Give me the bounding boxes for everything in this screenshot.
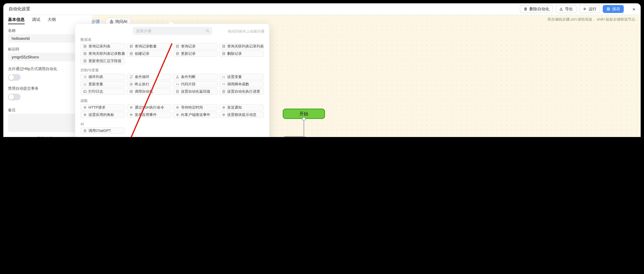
step-item[interactable]: 设置模块提示信息 (219, 112, 264, 118)
step-item[interactable]: 查询记录列表 (80, 43, 125, 49)
gear-icon (130, 113, 133, 117)
step-item[interactable]: HTTP请求 (80, 104, 125, 111)
step-label: 调用自动化 (135, 89, 153, 94)
step-label: 查询关联列表记录列表 (227, 44, 264, 49)
tab-1[interactable]: 调试 (32, 17, 40, 24)
step-label: HTTP请求 (88, 105, 105, 110)
step-item[interactable]: 发布应用事件 (127, 112, 171, 118)
close-icon[interactable]: × (632, 6, 635, 11)
step-label: 设置自动化返回值 (181, 89, 210, 94)
step-item[interactable]: {}设置变量 (219, 74, 264, 80)
step-item[interactable]: 设置自动化执行进度 (219, 88, 264, 95)
step-item[interactable]: 更新查找汇总字段值 (80, 58, 125, 64)
gear-square-icon (130, 90, 133, 93)
step-label: 创建记录 (135, 51, 149, 56)
database-icon (130, 52, 133, 55)
step-item[interactable]: 查询记录数量 (127, 43, 171, 49)
doc-icon (176, 90, 179, 93)
stop-icon (130, 82, 133, 86)
step-section: AI调用ChatGPT (80, 122, 264, 134)
start-node[interactable]: 开始 (283, 109, 325, 119)
search-icon (205, 28, 210, 33)
gear-icon (176, 113, 179, 117)
topbar-button[interactable]: 删除自动化 (520, 5, 553, 13)
step-label: 查询记录 (181, 44, 196, 49)
node-tooltip: 显示对话框 (284, 136, 303, 137)
database-icon (83, 44, 87, 48)
step-item[interactable]: 设置自动化返回值 (173, 88, 218, 95)
step-label: 代码片段 (181, 82, 196, 87)
identifier-field[interactable]: ymgn55z5foxro (8, 53, 84, 61)
terminal-icon (83, 90, 87, 93)
step-item[interactable]: {}更新变量 (80, 81, 125, 87)
step-item[interactable]: 循环列表 (80, 74, 125, 80)
step-label: 更新记录 (181, 51, 196, 56)
step-item[interactable]: 创建记录 (127, 50, 171, 57)
tab-0[interactable]: 基本信息 (8, 17, 24, 24)
step-item[interactable]: 终止执行 (127, 81, 171, 87)
tx-toggle[interactable] (8, 94, 20, 100)
toggle-knob (9, 75, 14, 80)
step-item[interactable]: 查询关联列表记录数量 (80, 50, 125, 57)
step-label: 设置模块提示信息 (227, 112, 256, 117)
database-icon (83, 52, 87, 55)
window-body: 双击编辑步骤,ctrl+滚轮缩放， shift+鼠标左键框选节点. 开始 显示对… (3, 15, 641, 137)
step-item[interactable]: 更新记录 (173, 50, 218, 57)
gear-icon (176, 106, 179, 109)
step-item[interactable]: 查询记录 (173, 43, 218, 49)
step-label: 通过SSH执行命令 (135, 105, 164, 110)
http-toggle[interactable] (8, 74, 20, 81)
robot-icon (110, 20, 114, 24)
step-item[interactable]: 设置应用的角标 (80, 112, 125, 118)
step-search-input[interactable] (133, 27, 212, 35)
step-label: 终止执行 (135, 82, 149, 87)
database-icon (222, 44, 226, 48)
step-item[interactable]: 打印日志 (80, 88, 125, 95)
section-title: 控制与变量 (80, 68, 264, 72)
step-label: 查询记录列表 (88, 44, 110, 49)
step-item[interactable]: 发送通知 (219, 104, 264, 111)
braces-icon: {} (222, 75, 226, 79)
robot-icon (83, 129, 87, 133)
remark-textarea[interactable] (8, 114, 84, 132)
database-icon (130, 44, 133, 48)
step-item[interactable]: 条件判断 (173, 74, 218, 80)
step-item[interactable]: 向客户端推送事件 (173, 112, 218, 118)
step-label: 设置应用的角标 (88, 112, 114, 117)
step-section: 控制与变量循环列表条件循环条件判断{}设置变量{}更新变量终止执行代码片段调用脚… (80, 68, 264, 95)
step-item[interactable]: 删除记录 (219, 50, 264, 57)
topbar-button[interactable]: 导出 (556, 5, 576, 13)
topbar-button[interactable]: 运行 (579, 5, 600, 13)
step-label: 向客户端推送事件 (181, 112, 210, 117)
step-item[interactable]: 代码片段 (173, 81, 218, 87)
step-label: 等待特定时间 (181, 105, 203, 110)
database-icon (176, 52, 179, 55)
step-item[interactable]: 条件循环 (127, 74, 171, 80)
step-label: 循环列表 (88, 74, 103, 79)
step-label: 调用ChatGPT (88, 128, 111, 133)
step-item[interactable]: 调用脚本函数 (219, 81, 264, 87)
save-button[interactable]: 保存 (603, 5, 624, 13)
gear-icon (130, 106, 133, 109)
svg-text:{}: {} (83, 83, 87, 86)
step-label: 发布应用事件 (135, 112, 157, 117)
step-item[interactable]: 调用自动化 (127, 88, 171, 95)
step-label: 设置变量 (227, 74, 242, 79)
step-label: 更新变量 (88, 82, 103, 87)
gear-icon (222, 113, 226, 117)
name-field[interactable]: helloworld (8, 34, 84, 42)
step-sections: 数据表查询记录列表查询记录数量查询记录查询关联列表记录列表查询关联列表记录数量创… (75, 24, 269, 137)
create-step-panel: 拖动到画布上创建步骤 数据表查询记录列表查询记录数量查询记录查询关联列表记录列表… (75, 23, 270, 137)
step-item[interactable]: 调用ChatGPT (80, 128, 125, 134)
tab-2[interactable]: 大纲 (48, 17, 56, 24)
step-item[interactable]: 通过SSH执行命令 (127, 104, 171, 111)
code-icon (176, 82, 179, 86)
step-label: 查询关联列表记录数量 (88, 51, 125, 56)
step-label: 条件判断 (181, 74, 196, 79)
gear-icon (83, 106, 87, 109)
toggle-knob (9, 94, 14, 100)
doc-icon (222, 90, 226, 93)
drag-hint-text: 拖动到画布上创建步骤 (228, 29, 264, 34)
step-item[interactable]: 查询关联列表记录列表 (219, 43, 264, 49)
step-item[interactable]: 等待特定时间 (173, 104, 218, 111)
